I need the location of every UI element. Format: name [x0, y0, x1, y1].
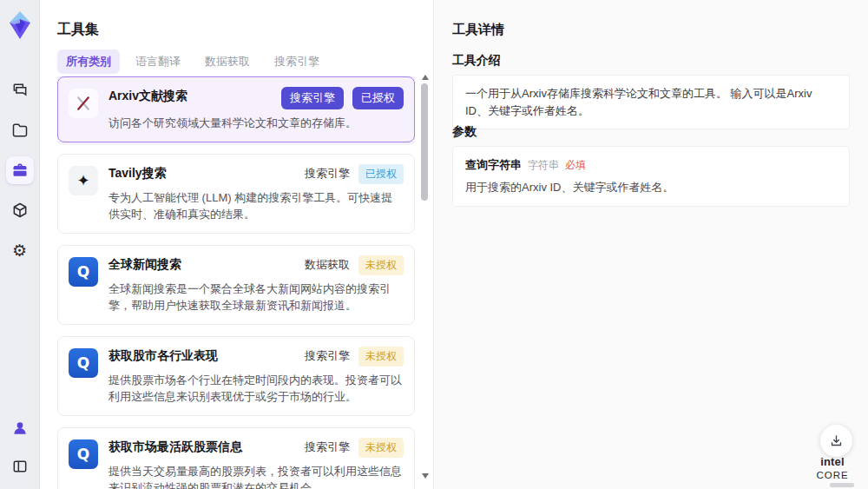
tab-search-engine[interactable]: 搜索引擎 [266, 50, 328, 74]
category-pill: 搜索引擎 [281, 87, 344, 109]
intel-core-logo: intel CORE [806, 455, 859, 487]
tool-card-arxiv[interactable]: Arxiv文献搜索 搜索引擎 已授权 访问各个研究领域大量科学论文和文章的存储库… [57, 76, 415, 142]
tool-card-active-stocks[interactable]: Q 获取市场最活跃股票信息 搜索引擎 未授权 提供当天交易量最高的股票列表，投资… [57, 427, 415, 489]
tab-language-translation[interactable]: 语言翻译 [127, 50, 189, 74]
gear-icon: ⚙ [12, 242, 27, 259]
intro-text-box: 一个用于从Arxiv存储库搜索科学论文和文章的工具。 输入可以是Arxiv ID… [452, 75, 850, 129]
parameter-card: 查询字符串 字符串 必填 用于搜索的Arxiv ID、关键字或作者姓名。 [452, 146, 850, 207]
scrollbar-down-arrow[interactable] [422, 473, 429, 479]
category-label: 搜索引擎 [305, 166, 350, 182]
intel-sub-mark [830, 483, 854, 487]
tool-card-list: Arxiv文献搜索 搜索引擎 已授权 访问各个研究领域大量科学论文和文章的存储库… [57, 76, 415, 489]
tool-card-sector-performance[interactable]: Q 获取股市各行业表现 搜索引擎 未授权 提供股票市场各个行业在特定时间段内的表… [57, 336, 415, 416]
chat-icon [11, 82, 29, 99]
tool-name: 全球新闻搜索 [108, 255, 181, 273]
user-icon [11, 420, 29, 437]
page-title: 工具集 [57, 21, 99, 39]
sidebar-item-models[interactable] [6, 196, 34, 224]
cube-icon [11, 202, 29, 219]
arxiv-icon [69, 89, 98, 118]
category-tabs: 所有类别 语言翻译 数据获取 搜索引擎 [57, 50, 328, 74]
intro-heading: 工具介绍 [452, 53, 501, 69]
param-name: 查询字符串 [465, 157, 522, 173]
list-scrollbar [420, 75, 429, 479]
sidebar-item-chat[interactable] [6, 76, 34, 104]
sidebar-item-tools[interactable] [6, 156, 34, 184]
tool-description: 全球新闻搜索是一个聚合全球各大新闻网站内容的搜索引擎，帮助用户快速获取全球最新资… [108, 281, 404, 314]
param-required-flag: 必填 [565, 158, 586, 173]
scrollbar-up-arrow[interactable] [422, 75, 429, 80]
sidebar-item-settings[interactable]: ⚙ [6, 236, 34, 264]
tool-description: 访问各个研究领域大量科学论文和文章的存储库。 [108, 115, 404, 132]
sidebar-item-panel-toggle[interactable] [6, 453, 34, 480]
params-heading: 参数 [452, 124, 477, 140]
tool-detail-panel: 工具详情 工具介绍 一个用于从Arxiv存储库搜索科学论文和文章的工具。 输入可… [435, 0, 868, 489]
tool-description: 提供股票市场各个行业在特定时间段内的表现。投资者可以利用这些信息来识别表现优于或… [108, 372, 404, 406]
status-badge: 未授权 [358, 255, 404, 275]
folder-icon [11, 122, 29, 139]
param-description: 用于搜索的Arxiv ID、关键字或作者姓名。 [465, 180, 837, 195]
tool-name: Tavily搜索 [108, 164, 167, 182]
tab-all-categories[interactable]: 所有类别 [57, 50, 120, 74]
param-type: 字符串 [528, 158, 559, 173]
scrollbar-thumb[interactable] [421, 83, 428, 201]
category-label: 数据获取 [305, 257, 350, 273]
download-icon [829, 433, 844, 448]
category-label: 搜索引擎 [305, 348, 350, 364]
tool-name: 获取股市各行业表现 [108, 347, 218, 364]
active-stocks-icon: Q [69, 439, 98, 469]
status-badge: 已授权 [358, 164, 404, 184]
tool-description: 提供当天交易量最高的股票列表，投资者可以利用这些信息来识别流动性强的股票和潜在的… [108, 463, 404, 489]
stock-sector-icon: Q [69, 348, 98, 378]
tool-card-tavily[interactable]: ✦ Tavily搜索 搜索引擎 已授权 专为人工智能代理 (LLM) 构建的搜索… [57, 154, 415, 234]
download-button[interactable] [820, 425, 852, 457]
tool-name: 获取市场最活跃股票信息 [108, 438, 242, 455]
status-badge: 未授权 [358, 438, 404, 458]
panel-icon [11, 458, 29, 475]
sidebar-item-files[interactable] [6, 116, 34, 144]
sidebar-item-user[interactable] [6, 414, 34, 442]
app-sidebar: ⚙ [0, 0, 40, 489]
detail-title: 工具详情 [452, 22, 504, 38]
status-badge: 未授权 [358, 347, 404, 367]
news-search-icon: Q [69, 257, 98, 287]
tool-description: 专为人工智能代理 (LLM) 构建的搜索引擎工具。可快速提供实时、准确和真实的结… [108, 189, 404, 223]
toolbox-icon [11, 162, 29, 179]
tavily-star-icon: ✦ [69, 166, 98, 195]
app-logo-icon [5, 9, 35, 42]
auth-pill: 已授权 [352, 87, 404, 109]
tool-list-panel: 工具集 所有类别 语言翻译 数据获取 搜索引擎 Arxiv文献搜索 搜索引擎 已… [41, 0, 434, 489]
category-label: 搜索引擎 [305, 439, 350, 455]
tab-data-acquisition[interactable]: 数据获取 [196, 50, 259, 74]
tool-name: Arxiv文献搜索 [108, 87, 187, 104]
tool-card-global-news[interactable]: Q 全球新闻搜索 数据获取 未授权 全球新闻搜索是一个聚合全球各大新闻网站内容的… [57, 245, 415, 325]
